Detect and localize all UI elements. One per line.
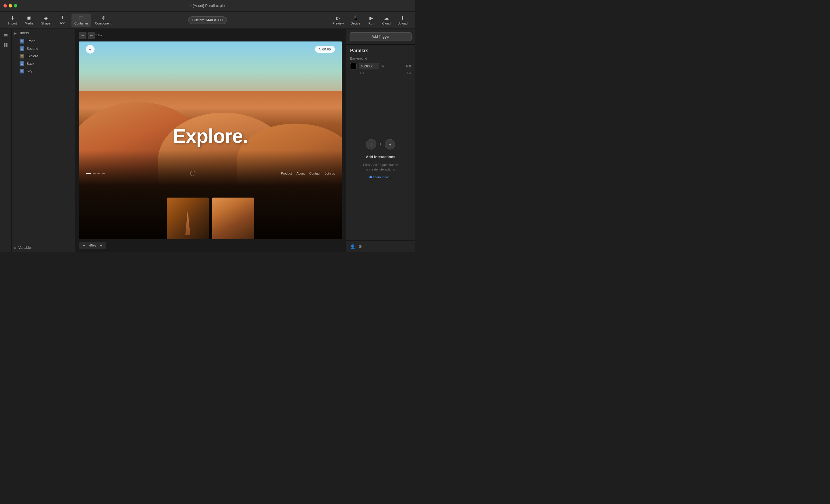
media-button[interactable]: ▣ Media <box>21 13 37 27</box>
media-label: Media <box>25 22 33 25</box>
nav-link-about[interactable]: About <box>296 172 305 175</box>
hex-input[interactable] <box>359 63 379 69</box>
layer-img-icon: 🖼 <box>20 46 24 51</box>
user-icon-button[interactable]: 👤 <box>350 244 355 249</box>
canvas-size-button[interactable]: Custom 1440 × 900 <box>188 16 227 24</box>
layers-icon <box>4 34 8 38</box>
group-arrow-icon: ▶ <box>14 32 17 35</box>
canvas-forward-button[interactable]: → <box>88 32 95 39</box>
device-button[interactable]: 📱 Device <box>348 13 363 27</box>
variable-row[interactable]: ▶ Variable <box>14 246 72 250</box>
layer-group-icon: ⊞ <box>20 54 24 59</box>
desert-image-2 <box>212 198 254 239</box>
interactions-desc-line2: to create interactions. <box>365 168 396 171</box>
minimize-button[interactable] <box>9 4 12 7</box>
hamburger-menu-button[interactable]: ≡ <box>86 45 95 54</box>
cloud-button[interactable]: ☁ Cloud <box>379 13 393 27</box>
run-icon: ▶ <box>370 15 373 21</box>
dot-active <box>86 173 91 174</box>
background-color-swatch[interactable] <box>350 63 356 69</box>
cloud-label: Cloud <box>382 22 390 25</box>
layer-item-second[interactable]: 🖼 Second <box>13 45 73 53</box>
learn-dot-icon <box>370 176 372 178</box>
dot-2 <box>93 173 96 174</box>
parallax-scene: ≡ Sign up Explore. Produc <box>79 41 342 239</box>
plus-icon: + <box>379 142 382 147</box>
container-button[interactable]: ⬚ Container <box>71 13 91 27</box>
zoom-value: 46% <box>88 243 97 247</box>
traffic-lights <box>3 4 17 7</box>
device-label: Device <box>351 22 360 25</box>
import-button[interactable]: ⬇ Import <box>5 13 20 27</box>
layers-panel-toggle[interactable] <box>2 32 10 40</box>
layer-item-sky[interactable]: 🖼 Sky <box>13 67 73 75</box>
hex-label: HEX <box>359 72 385 75</box>
toolbar-right-group: ▷ Preview 📱 Device ▶ Run ☁ Cloud ⬆ Uploa… <box>330 13 410 27</box>
zoom-bar: − 46% + <box>79 242 106 249</box>
learn-more-label: Learn more... <box>373 175 392 179</box>
svg-rect-3 <box>4 43 5 45</box>
layers-group-header[interactable]: ▶ Others <box>11 29 75 37</box>
right-panel-top: Add Trigger <box>346 29 415 45</box>
maximize-button[interactable] <box>14 4 17 7</box>
layer-item-explore[interactable]: ⊞ Explore. <box>13 53 73 60</box>
learn-more-link[interactable]: Learn more... <box>370 175 392 179</box>
layer-name-second: Second <box>27 47 38 51</box>
design-frame[interactable]: ≡ Sign up Explore. Produc <box>79 41 342 239</box>
layers-panel: ▶ Others 🖼 Front 🖼 Second ⊞ Explore. 🖼 B… <box>11 29 75 252</box>
svg-rect-4 <box>6 43 7 45</box>
trigger-t-icon: T <box>366 139 376 149</box>
layer-item-back[interactable]: 🖼 Back <box>13 60 73 67</box>
layer-item-front[interactable]: 🖼 Front <box>13 37 73 45</box>
layers-bottom: ▶ Variable <box>11 243 75 252</box>
right-panel-bottom: 👤 ⚙ <box>346 240 415 252</box>
media-icon: ▣ <box>27 15 31 21</box>
shape-button[interactable]: ◈ Shape <box>38 13 54 27</box>
svg-rect-1 <box>4 35 7 36</box>
cloud-icon: ☁ <box>384 15 389 21</box>
interaction-icons: T + R <box>366 139 395 149</box>
layer-name-front: Front <box>27 39 35 43</box>
component-name: Parallax <box>346 45 415 55</box>
text-button[interactable]: T Text <box>55 13 70 27</box>
r-label: R <box>388 142 391 146</box>
nav-link-join[interactable]: Join us <box>325 172 335 175</box>
preview-label: Preview <box>332 22 344 25</box>
assets-panel-toggle[interactable] <box>2 41 10 49</box>
layer-name-sky: Sky <box>27 69 32 73</box>
eyedropper-icon[interactable]: ✎ <box>381 64 384 69</box>
scene-nav-links: Product About Contact Join us <box>281 172 335 175</box>
variable-arrow-icon: ▶ <box>14 246 17 249</box>
upload-button[interactable]: ⬆ Upload <box>394 13 410 27</box>
settings-icon-button[interactable]: ⚙ <box>358 244 362 249</box>
nav-dots <box>86 173 105 174</box>
preview-button[interactable]: ▷ Preview <box>330 13 347 27</box>
upload-icon: ⬆ <box>401 15 404 21</box>
canvas-size-container: Custom 1440 × 900 <box>188 16 227 24</box>
interactions-desc: Click 'Add Trigger' button to create int… <box>363 162 398 172</box>
canvas-back-button[interactable]: ← <box>79 32 87 39</box>
import-label: Import <box>8 22 17 25</box>
nav-link-product[interactable]: Product <box>281 172 292 175</box>
layer-img-icon: 🖼 <box>20 61 24 66</box>
right-panel: Add Trigger Parallax Background ✎ 100 HE… <box>346 29 415 252</box>
signup-button[interactable]: Sign up <box>315 46 335 53</box>
left-sidebar-icons <box>0 29 11 252</box>
layer-name-back: Back <box>27 62 34 66</box>
background-color-row: ✎ 100 <box>346 61 415 71</box>
container-icon: ⬚ <box>79 15 83 21</box>
fill-label: Fill <box>407 72 411 75</box>
run-button[interactable]: ▶ Run <box>364 13 378 27</box>
run-label: Run <box>368 22 374 25</box>
upload-label: Upload <box>397 22 408 25</box>
zoom-out-button[interactable]: − <box>81 243 87 248</box>
add-trigger-button[interactable]: Add Trigger <box>350 32 412 41</box>
bg-labels-row: HEX Fill <box>346 71 415 77</box>
nav-link-contact[interactable]: Contact <box>309 172 320 175</box>
import-icon: ⬇ <box>11 15 14 21</box>
fill-value: 100 <box>406 65 411 68</box>
close-button[interactable] <box>3 4 7 7</box>
component-button[interactable]: ❋ Component <box>92 13 115 27</box>
zoom-in-button[interactable]: + <box>99 243 104 248</box>
explore-title: Explore. <box>173 125 248 147</box>
